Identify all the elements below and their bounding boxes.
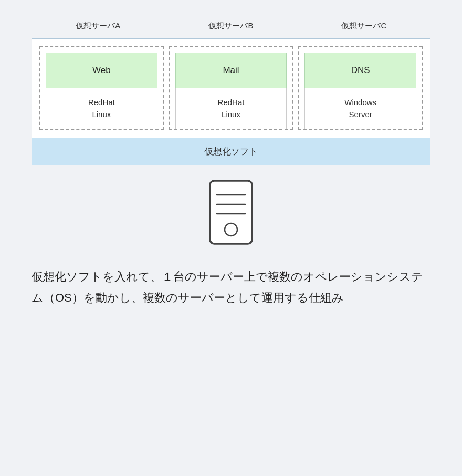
virtualization-bar: 仮想化ソフト [32,138,430,165]
app-box-a: Web [46,53,158,88]
virtual-server-a: Web RedHatLinux [39,46,164,130]
app-box-b: Mail [175,53,287,88]
label-server-c: 仮想サーバC [298,21,430,31]
os-label-a: RedHatLinux [88,97,115,120]
label-server-a: 仮想サーバA [32,21,164,31]
os-label-b: RedHatLinux [218,97,245,120]
os-label-c: WindowsServer [344,97,376,120]
outer-container: Web RedHatLinux Mail RedHatLinux DNS [32,38,430,165]
os-box-a: RedHatLinux [46,88,158,129]
server-labels-row: 仮想サーバA 仮想サーバB 仮想サーバC [32,21,430,34]
os-box-b: RedHatLinux [175,88,287,129]
virtual-server-b: Mail RedHatLinux [169,46,293,130]
main-diagram: 仮想サーバA 仮想サーバB 仮想サーバC Web RedHatLinux Mai… [32,21,430,165]
app-box-c: DNS [304,53,416,88]
server-icon-container [202,178,260,252]
server-computer-icon [202,178,260,252]
description-content: 仮想化ソフトを入れて、１台のサーバー上で複数のオペレーションシステム（OS）を動… [32,270,423,304]
virtual-servers-area: Web RedHatLinux Mail RedHatLinux DNS [32,39,430,130]
label-server-b: 仮想サーバB [164,21,297,31]
virtualization-label: 仮想化ソフト [204,146,258,158]
app-label-c: DNS [351,65,370,76]
svg-point-4 [225,223,237,236]
app-label-b: Mail [223,65,239,76]
description-text: 仮想化ソフトを入れて、１台のサーバー上で複数のオペレーションシステム（OS）を動… [32,266,430,308]
app-label-a: Web [92,65,111,76]
os-box-c: WindowsServer [304,88,416,129]
virtual-server-c: DNS WindowsServer [298,46,423,130]
